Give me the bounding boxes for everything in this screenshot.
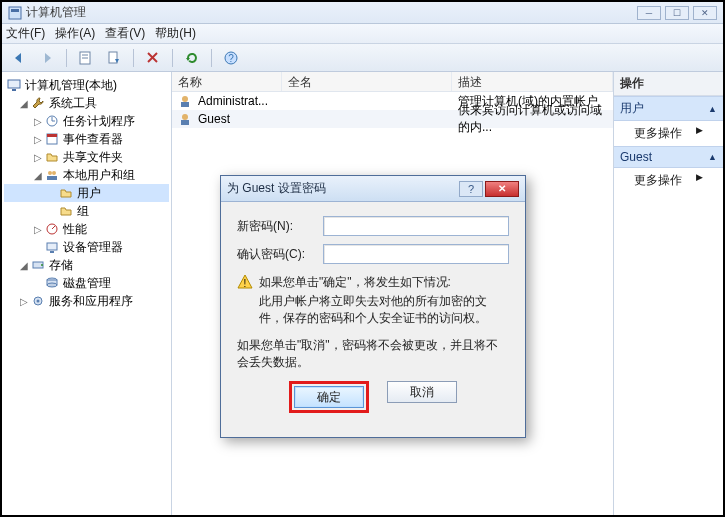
tree-label: 共享文件夹 <box>63 149 123 166</box>
ok-label: 确定 <box>317 389 341 406</box>
tree-users[interactable]: 用户 <box>4 184 169 202</box>
col-name[interactable]: 名称 <box>172 72 282 91</box>
menu-view[interactable]: 查看(V) <box>105 25 145 42</box>
tree-label: 任务计划程序 <box>63 113 135 130</box>
help-button[interactable]: ? <box>220 47 242 69</box>
folder-icon <box>58 185 74 201</box>
toolbar: ? <box>2 44 723 72</box>
svg-point-21 <box>48 171 52 175</box>
tree-event-viewer[interactable]: ▷事件查看器 <box>4 130 169 148</box>
tree-label: 组 <box>77 203 89 220</box>
expand-icon[interactable]: ▷ <box>32 224 44 235</box>
menu-help[interactable]: 帮助(H) <box>155 25 196 42</box>
svg-rect-26 <box>47 243 57 250</box>
delete-button[interactable] <box>142 47 164 69</box>
wrench-icon <box>30 95 46 111</box>
col-fullname[interactable]: 全名 <box>282 72 452 91</box>
dialog-title: 为 Guest 设置密码 <box>227 180 326 197</box>
tree-root[interactable]: 计算机管理(本地) <box>4 76 169 94</box>
set-password-dialog: 为 Guest 设置密码 ? ✕ 新密码(N): 确认密码(C): ! 如果您单… <box>220 175 526 438</box>
tree-disk-management[interactable]: 磁盘管理 <box>4 274 169 292</box>
users-icon <box>44 167 60 183</box>
new-password-input[interactable] <box>323 216 509 236</box>
actions-more-label: 更多操作 <box>634 126 682 140</box>
list-row[interactable]: Guest 供来宾访问计算机或访问域的内... <box>172 110 613 128</box>
dialog-close-button[interactable]: ✕ <box>485 181 519 197</box>
tree-storage[interactable]: ◢存储 <box>4 256 169 274</box>
warning-text-1: 如果您单击"确定"，将发生如下情况: <box>259 274 509 291</box>
actions-group-users[interactable]: 用户 ▲ <box>614 96 723 121</box>
device-icon <box>44 239 60 255</box>
tree-system-tools[interactable]: ◢ 系统工具 <box>4 94 169 112</box>
tree-label: 用户 <box>77 185 101 202</box>
highlight-box: 确定 <box>289 381 369 413</box>
folder-share-icon <box>44 149 60 165</box>
close-button[interactable]: ✕ <box>693 6 717 20</box>
collapse-icon[interactable]: ◢ <box>18 260 30 271</box>
cell-desc: 供来宾访问计算机或访问域的内... <box>458 102 607 136</box>
confirm-password-input[interactable] <box>323 244 509 264</box>
expand-icon[interactable]: ▷ <box>32 134 44 145</box>
cell-name: Guest <box>198 112 230 126</box>
computer-icon <box>6 77 22 93</box>
minimize-button[interactable]: ─ <box>637 6 661 20</box>
collapse-icon[interactable]: ◢ <box>32 170 44 181</box>
app-icon <box>8 6 22 20</box>
svg-rect-7 <box>109 52 117 63</box>
svg-rect-36 <box>181 102 189 107</box>
event-icon <box>44 131 60 147</box>
menu-file[interactable]: 文件(F) <box>6 25 45 42</box>
tree-label: 存储 <box>49 257 73 274</box>
tree-task-scheduler[interactable]: ▷任务计划程序 <box>4 112 169 130</box>
disk-icon <box>44 275 60 291</box>
actions-pane: 操作 用户 ▲ 更多操作 ▶ Guest ▲ 更多操作 ▶ <box>613 72 723 515</box>
toolbar-separator <box>211 49 212 67</box>
actions-title: 操作 <box>614 72 723 96</box>
forward-button[interactable] <box>36 47 58 69</box>
tree-root-label: 计算机管理(本地) <box>25 77 117 94</box>
col-desc[interactable]: 描述 <box>452 72 613 91</box>
warning-icon: ! <box>237 274 255 327</box>
collapse-icon: ▲ <box>708 152 717 162</box>
back-button[interactable] <box>8 47 30 69</box>
confirm-password-label: 确认密码(C): <box>237 246 323 263</box>
tree-local-users-groups[interactable]: ◢本地用户和组 <box>4 166 169 184</box>
svg-rect-20 <box>47 134 57 137</box>
tree-label: 性能 <box>63 221 87 238</box>
tree-groups[interactable]: 组 <box>4 202 169 220</box>
actions-more[interactable]: 更多操作 ▶ <box>614 121 723 146</box>
svg-point-35 <box>182 96 188 102</box>
cancel-label: 取消 <box>410 384 434 401</box>
actions-more-label: 更多操作 <box>634 173 682 187</box>
actions-more[interactable]: 更多操作 ▶ <box>614 168 723 193</box>
export-list-button[interactable] <box>103 47 125 69</box>
cancel-button[interactable]: 取消 <box>387 381 457 403</box>
actions-group-label: Guest <box>620 150 652 164</box>
svg-marker-2 <box>15 53 21 63</box>
menu-action[interactable]: 操作(A) <box>55 25 95 42</box>
collapse-icon[interactable]: ◢ <box>18 98 30 109</box>
actions-group-guest[interactable]: Guest ▲ <box>614 146 723 168</box>
expand-icon[interactable]: ▷ <box>18 296 30 307</box>
svg-rect-14 <box>8 80 20 88</box>
folder-icon <box>58 203 74 219</box>
user-icon <box>178 112 194 126</box>
svg-rect-23 <box>47 176 57 180</box>
tree-services-apps[interactable]: ▷服务和应用程序 <box>4 292 169 310</box>
dialog-title-bar[interactable]: 为 Guest 设置密码 ? ✕ <box>221 176 525 202</box>
svg-rect-15 <box>12 89 16 91</box>
expand-icon[interactable]: ▷ <box>32 116 44 127</box>
svg-text:?: ? <box>228 53 234 64</box>
tree-shared-folders[interactable]: ▷共享文件夹 <box>4 148 169 166</box>
dialog-help-button[interactable]: ? <box>459 181 483 197</box>
chevron-right-icon: ▶ <box>696 172 703 182</box>
ok-button[interactable]: 确定 <box>294 386 364 408</box>
expand-icon[interactable]: ▷ <box>32 152 44 163</box>
refresh-button[interactable] <box>181 47 203 69</box>
svg-point-34 <box>37 300 40 303</box>
tree-performance[interactable]: ▷性能 <box>4 220 169 238</box>
toolbar-separator <box>172 49 173 67</box>
maximize-button[interactable]: ☐ <box>665 6 689 20</box>
properties-button[interactable] <box>75 47 97 69</box>
tree-device-manager[interactable]: 设备管理器 <box>4 238 169 256</box>
